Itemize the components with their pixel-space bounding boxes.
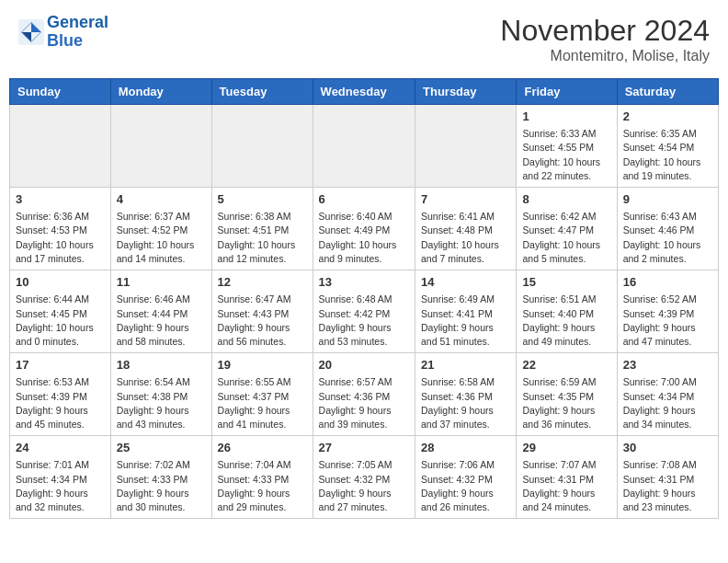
calendar-cell: 25Sunrise: 7:02 AM Sunset: 4:33 PM Dayli… xyxy=(110,436,211,519)
day-info: Sunrise: 6:59 AM Sunset: 4:35 PM Dayligh… xyxy=(522,375,610,431)
day-number: 12 xyxy=(218,274,307,291)
day-number: 8 xyxy=(522,191,610,208)
calendar-cell: 24Sunrise: 7:01 AM Sunset: 4:34 PM Dayli… xyxy=(10,436,111,519)
day-info: Sunrise: 6:37 AM Sunset: 4:52 PM Dayligh… xyxy=(117,210,206,266)
calendar-cell: 26Sunrise: 7:04 AM Sunset: 4:33 PM Dayli… xyxy=(211,436,313,519)
day-info: Sunrise: 7:06 AM Sunset: 4:32 PM Dayligh… xyxy=(421,458,510,514)
day-number: 24 xyxy=(16,440,105,456)
weekday-header-friday: Friday xyxy=(517,79,617,105)
calendar-cell: 21Sunrise: 6:58 AM Sunset: 4:36 PM Dayli… xyxy=(415,353,517,436)
day-info: Sunrise: 6:52 AM Sunset: 4:39 PM Dayligh… xyxy=(623,293,712,349)
day-number: 10 xyxy=(16,274,105,291)
day-number: 19 xyxy=(218,357,307,373)
weekday-header-monday: Monday xyxy=(110,79,211,105)
day-number: 18 xyxy=(117,357,206,373)
day-info: Sunrise: 6:35 AM Sunset: 4:54 PM Dayligh… xyxy=(623,127,712,183)
day-info: Sunrise: 6:38 AM Sunset: 4:51 PM Dayligh… xyxy=(218,210,307,266)
day-info: Sunrise: 6:44 AM Sunset: 4:45 PM Dayligh… xyxy=(16,293,105,349)
day-number: 29 xyxy=(522,440,610,456)
day-info: Sunrise: 6:43 AM Sunset: 4:46 PM Dayligh… xyxy=(623,210,712,266)
calendar-cell: 22Sunrise: 6:59 AM Sunset: 4:35 PM Dayli… xyxy=(517,353,617,436)
title-block: November 2024 Montemitro, Molise, Italy xyxy=(500,14,710,64)
day-info: Sunrise: 7:07 AM Sunset: 4:31 PM Dayligh… xyxy=(522,458,610,514)
calendar-cell: 17Sunrise: 6:53 AM Sunset: 4:39 PM Dayli… xyxy=(10,353,111,436)
calendar-cell: 11Sunrise: 6:46 AM Sunset: 4:44 PM Dayli… xyxy=(110,270,211,353)
day-info: Sunrise: 7:02 AM Sunset: 4:33 PM Dayligh… xyxy=(117,458,206,514)
calendar-cell: 4Sunrise: 6:37 AM Sunset: 4:52 PM Daylig… xyxy=(110,188,211,270)
day-number: 28 xyxy=(421,440,510,456)
logo-line1: General xyxy=(47,13,108,31)
calendar-cell: 16Sunrise: 6:52 AM Sunset: 4:39 PM Dayli… xyxy=(617,270,718,353)
calendar-cell: 5Sunrise: 6:38 AM Sunset: 4:51 PM Daylig… xyxy=(211,188,313,270)
calendar-cell: 20Sunrise: 6:57 AM Sunset: 4:36 PM Dayli… xyxy=(313,353,415,436)
calendar-cell: 1Sunrise: 6:33 AM Sunset: 4:55 PM Daylig… xyxy=(517,105,617,188)
day-info: Sunrise: 6:36 AM Sunset: 4:53 PM Dayligh… xyxy=(16,210,105,266)
weekday-header-thursday: Thursday xyxy=(415,79,517,105)
day-number: 26 xyxy=(218,440,307,456)
calendar-cell: 10Sunrise: 6:44 AM Sunset: 4:45 PM Dayli… xyxy=(10,270,111,353)
day-number: 11 xyxy=(117,274,206,291)
calendar-cell xyxy=(110,105,211,188)
day-number: 20 xyxy=(319,357,409,373)
calendar-cell xyxy=(211,105,313,188)
calendar-cell: 18Sunrise: 6:54 AM Sunset: 4:38 PM Dayli… xyxy=(110,353,211,436)
day-info: Sunrise: 6:46 AM Sunset: 4:44 PM Dayligh… xyxy=(117,293,206,349)
calendar-cell: 7Sunrise: 6:41 AM Sunset: 4:48 PM Daylig… xyxy=(415,188,517,270)
day-number: 2 xyxy=(623,109,712,125)
calendar-cell: 2Sunrise: 6:35 AM Sunset: 4:54 PM Daylig… xyxy=(617,105,718,188)
day-info: Sunrise: 7:08 AM Sunset: 4:31 PM Dayligh… xyxy=(623,458,712,514)
calendar-cell: 6Sunrise: 6:40 AM Sunset: 4:49 PM Daylig… xyxy=(313,188,415,270)
day-info: Sunrise: 7:01 AM Sunset: 4:34 PM Dayligh… xyxy=(16,458,105,514)
day-number: 17 xyxy=(16,357,105,373)
day-info: Sunrise: 7:00 AM Sunset: 4:34 PM Dayligh… xyxy=(623,375,712,431)
day-info: Sunrise: 6:57 AM Sunset: 4:36 PM Dayligh… xyxy=(319,375,409,431)
calendar-cell xyxy=(10,105,111,188)
day-info: Sunrise: 6:53 AM Sunset: 4:39 PM Dayligh… xyxy=(16,375,105,431)
day-info: Sunrise: 7:04 AM Sunset: 4:33 PM Dayligh… xyxy=(218,458,307,514)
calendar-cell: 14Sunrise: 6:49 AM Sunset: 4:41 PM Dayli… xyxy=(415,270,517,353)
page-header: General Blue November 2024 Montemitro, M… xyxy=(9,9,719,69)
logo-text: General Blue xyxy=(47,14,108,51)
day-number: 27 xyxy=(319,440,409,456)
calendar-week-row: 10Sunrise: 6:44 AM Sunset: 4:45 PM Dayli… xyxy=(10,270,719,353)
day-number: 23 xyxy=(623,357,712,373)
logo: General Blue xyxy=(18,14,108,51)
day-number: 5 xyxy=(218,191,307,208)
day-info: Sunrise: 6:47 AM Sunset: 4:43 PM Dayligh… xyxy=(218,293,307,349)
day-info: Sunrise: 7:05 AM Sunset: 4:32 PM Dayligh… xyxy=(319,458,409,514)
calendar-cell: 8Sunrise: 6:42 AM Sunset: 4:47 PM Daylig… xyxy=(517,188,617,270)
day-number: 16 xyxy=(623,274,712,291)
day-number: 9 xyxy=(623,191,712,208)
location: Montemitro, Molise, Italy xyxy=(500,48,710,64)
weekday-header-tuesday: Tuesday xyxy=(211,79,313,105)
day-info: Sunrise: 6:58 AM Sunset: 4:36 PM Dayligh… xyxy=(421,375,510,431)
calendar-cell: 3Sunrise: 6:36 AM Sunset: 4:53 PM Daylig… xyxy=(10,188,111,270)
calendar-cell xyxy=(415,105,517,188)
calendar-cell: 27Sunrise: 7:05 AM Sunset: 4:32 PM Dayli… xyxy=(313,436,415,519)
calendar-cell: 23Sunrise: 7:00 AM Sunset: 4:34 PM Dayli… xyxy=(617,353,718,436)
calendar-cell: 28Sunrise: 7:06 AM Sunset: 4:32 PM Dayli… xyxy=(415,436,517,519)
calendar-cell xyxy=(313,105,415,188)
day-info: Sunrise: 6:40 AM Sunset: 4:49 PM Dayligh… xyxy=(319,210,409,266)
calendar-cell: 9Sunrise: 6:43 AM Sunset: 4:46 PM Daylig… xyxy=(617,188,718,270)
day-number: 6 xyxy=(319,191,409,208)
month-title: November 2024 xyxy=(500,14,710,48)
day-info: Sunrise: 6:51 AM Sunset: 4:40 PM Dayligh… xyxy=(522,293,610,349)
day-info: Sunrise: 6:55 AM Sunset: 4:37 PM Dayligh… xyxy=(218,375,307,431)
day-number: 7 xyxy=(421,191,510,208)
calendar-table: SundayMondayTuesdayWednesdayThursdayFrid… xyxy=(9,78,719,519)
calendar-week-row: 1Sunrise: 6:33 AM Sunset: 4:55 PM Daylig… xyxy=(10,105,719,188)
calendar-week-row: 17Sunrise: 6:53 AM Sunset: 4:39 PM Dayli… xyxy=(10,353,719,436)
calendar-cell: 19Sunrise: 6:55 AM Sunset: 4:37 PM Dayli… xyxy=(211,353,313,436)
calendar-week-row: 24Sunrise: 7:01 AM Sunset: 4:34 PM Dayli… xyxy=(10,436,719,519)
weekday-header-sunday: Sunday xyxy=(10,79,111,105)
day-number: 14 xyxy=(421,274,510,291)
calendar-cell: 13Sunrise: 6:48 AM Sunset: 4:42 PM Dayli… xyxy=(313,270,415,353)
day-number: 21 xyxy=(421,357,510,373)
day-info: Sunrise: 6:41 AM Sunset: 4:48 PM Dayligh… xyxy=(421,210,510,266)
day-info: Sunrise: 6:33 AM Sunset: 4:55 PM Dayligh… xyxy=(522,127,610,183)
day-number: 15 xyxy=(522,274,610,291)
day-info: Sunrise: 6:42 AM Sunset: 4:47 PM Dayligh… xyxy=(522,210,610,266)
calendar-cell: 12Sunrise: 6:47 AM Sunset: 4:43 PM Dayli… xyxy=(211,270,313,353)
weekday-header-wednesday: Wednesday xyxy=(313,79,415,105)
